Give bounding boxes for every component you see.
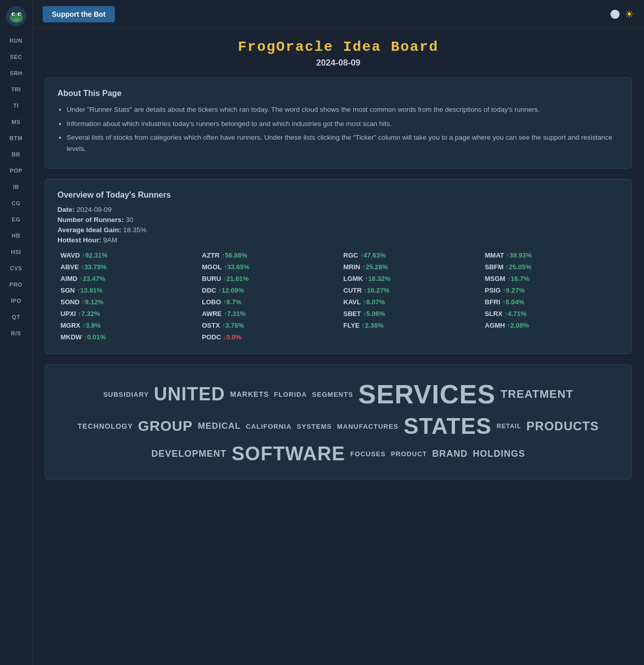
overview-card: Overview of Today's Runners Date: 2024-0… xyxy=(45,179,632,354)
runner-item: LOBO↑8.7% xyxy=(199,297,336,307)
runner-item: BURU↑21.61% xyxy=(199,273,336,284)
runner-ticker: LOBO xyxy=(202,298,221,306)
runner-gain: ↑8.04% xyxy=(502,298,524,306)
about-bullet: Information about which industries today… xyxy=(67,118,619,130)
runner-item: MKDW↑0.01% xyxy=(57,332,195,342)
runner-ticker: BURU xyxy=(202,275,221,282)
sidebar-item-srh[interactable]: SRH xyxy=(10,65,22,81)
sidebar-item-hsi[interactable]: HSI xyxy=(10,244,22,260)
meta-hour: Hottest Hour: 9AM xyxy=(57,236,619,244)
runner-ticker: FLYE xyxy=(344,322,360,329)
word-cloud-word: PRODUCTS xyxy=(527,419,599,433)
runner-ticker: BFRI xyxy=(485,298,500,306)
runner-gain: ↑39.93% xyxy=(506,251,532,259)
runner-ticker: MGRX xyxy=(60,322,80,329)
runner-gain: ↑7.31% xyxy=(224,310,246,318)
word-cloud-word: TREATMENT xyxy=(501,388,573,401)
runner-ticker: MMAT xyxy=(485,251,504,259)
runner-ticker: AWRE xyxy=(202,310,222,318)
runner-item: MMAT↑39.93% xyxy=(482,250,619,261)
meta-runners: Number of Runners: 30 xyxy=(57,216,619,224)
runner-gain: ↑4.71% xyxy=(504,310,526,318)
page-date: 2024-08-09 xyxy=(45,58,632,68)
runner-gain: ↑2.36% xyxy=(362,322,384,329)
runner-item: LGMK↑18.32% xyxy=(341,273,478,284)
runner-gain: ↑12.09% xyxy=(218,287,244,294)
runner-item: RGC↑47.63% xyxy=(341,250,478,261)
runner-ticker: AZTR xyxy=(202,251,220,259)
word-cloud: SUBSIDIARYUNITEDMARKETSFLORIDASEGMENTSSE… xyxy=(45,364,632,480)
runner-item: AZTR↑56.86% xyxy=(199,250,336,261)
word-cloud-word: TECHNOLOGY xyxy=(78,422,133,430)
sidebar-item-tri[interactable]: TRI xyxy=(10,81,22,98)
topbar-right: ☀ xyxy=(610,8,634,20)
sidebar-item-cg[interactable]: CG xyxy=(10,195,22,211)
word-cloud-word: SEGMENTS xyxy=(312,391,353,398)
word-cloud-word: MANUFACTURES xyxy=(337,423,398,430)
sidebar-item-hb[interactable]: HB xyxy=(10,228,22,244)
word-cloud-word: SOFTWARE xyxy=(232,443,345,465)
runner-ticker: SLRX xyxy=(485,310,503,318)
sidebar-item-rs[interactable]: R/S xyxy=(10,325,22,341)
sidebar-item-ti[interactable]: TI xyxy=(10,98,22,114)
meta-date: Date: 2024-08-09 xyxy=(57,206,619,213)
runner-ticker: CUTR xyxy=(344,287,362,294)
sidebar-item-br[interactable]: BR xyxy=(10,146,22,163)
runner-gain: ↑56.86% xyxy=(222,251,248,259)
about-bullets: Under "Runner Stats" are details about t… xyxy=(57,104,619,154)
runner-ticker: RGC xyxy=(344,251,358,259)
runner-gain: ↑10.27% xyxy=(364,287,390,294)
sidebar-item-ipo[interactable]: IPO xyxy=(10,293,22,309)
runner-item: KAVL↑8.07% xyxy=(341,297,478,307)
sidebar-item-ms[interactable]: MS xyxy=(10,114,22,130)
theme-light-toggle[interactable] xyxy=(610,10,620,19)
runner-item: SOND↑9.12% xyxy=(57,297,195,307)
sidebar-item-eg[interactable]: EG xyxy=(10,211,22,228)
runner-item: BFRI↑8.04% xyxy=(482,297,619,307)
sidebar-item-btm[interactable]: BTM xyxy=(10,130,22,146)
overview-title: Overview of Today's Runners xyxy=(57,191,619,200)
runner-ticker: WAVD xyxy=(60,251,80,259)
sidebar-item-sec[interactable]: SEC xyxy=(10,49,22,65)
word-cloud-word: MARKETS xyxy=(230,390,269,398)
runner-gain: ↑33.78% xyxy=(81,263,107,271)
runner-ticker: UPXI xyxy=(60,310,76,318)
about-bullet: Several lists of stocks from categories … xyxy=(67,132,619,154)
logo[interactable] xyxy=(5,5,27,27)
support-bot-button[interactable]: Support the Bot xyxy=(43,6,115,22)
runner-gain: ↑2.08% xyxy=(507,322,529,329)
runner-item: DDC↑12.09% xyxy=(199,285,336,296)
runner-item: ABVE↑33.78% xyxy=(57,262,195,272)
word-cloud-word: RETAIL xyxy=(497,423,521,430)
sidebar-item-run[interactable]: RUN xyxy=(10,33,22,49)
runner-ticker: DDC xyxy=(202,287,216,294)
sidebar-item-pop[interactable]: POP xyxy=(10,163,22,179)
word-cloud-word: UNITED xyxy=(154,384,225,405)
runner-gain: ↑33.65% xyxy=(224,263,250,271)
runner-ticker: LGMK xyxy=(344,275,363,282)
theme-dark-toggle[interactable]: ☀ xyxy=(625,8,634,20)
word-cloud-word: SERVICES xyxy=(358,379,496,409)
about-title: About This Page xyxy=(57,89,619,98)
runners-grid: WAVD↑92.31%AZTR↑56.86%RGC↑47.63%MMAT↑39.… xyxy=(57,250,619,342)
word-cloud-word: PRODUCT xyxy=(391,450,427,458)
runner-item: SBET↑5.06% xyxy=(341,308,478,319)
runner-gain: ↑8.7% xyxy=(223,298,241,306)
sidebar-item-cvs[interactable]: CVS xyxy=(10,260,22,276)
sidebar-item-ib[interactable]: IB xyxy=(10,179,22,195)
runner-gain: ↑9.27% xyxy=(503,287,525,294)
runner-item: MGOL↑33.65% xyxy=(199,262,336,272)
runner-item: OSTX↑3.76% xyxy=(199,320,336,331)
runner-ticker: MKDW xyxy=(60,333,82,341)
runner-item: FLYE↑2.36% xyxy=(341,320,478,331)
runner-item: SBFM↑25.05% xyxy=(482,262,619,272)
word-cloud-word: STATES xyxy=(404,414,492,439)
sidebar-item-pro[interactable]: PRO xyxy=(10,276,22,293)
runner-item: PODC↓0.0% xyxy=(199,332,336,342)
svg-point-8 xyxy=(13,18,20,21)
sidebar-item-qt[interactable]: QT xyxy=(10,309,22,325)
runner-gain: ↑3.9% xyxy=(82,322,101,329)
meta-gain: Average Ideal Gain: 18.35% xyxy=(57,226,619,234)
runner-item: AWRE↑7.31% xyxy=(199,308,336,319)
runner-item: CUTR↑10.27% xyxy=(341,285,478,296)
